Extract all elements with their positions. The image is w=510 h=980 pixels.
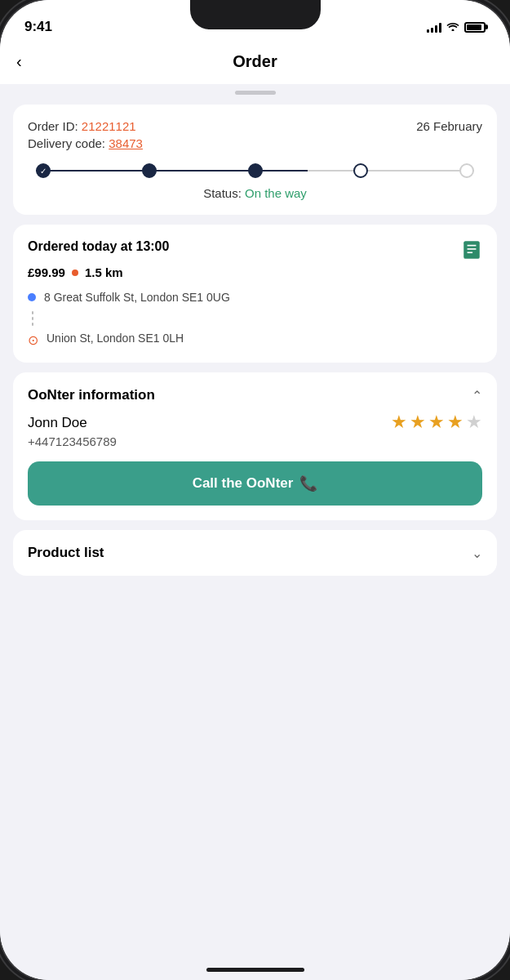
star-1: ★ xyxy=(391,412,407,433)
order-id-label: Order ID: 21221121 xyxy=(28,119,136,133)
progress-track: ✓ xyxy=(36,163,474,178)
phone-icon: 📞 xyxy=(299,474,317,492)
oonter-name: Jonn Doe xyxy=(28,415,117,431)
oonter-card: OoNter information ⌃ Jonn Doe +447123456… xyxy=(13,372,497,520)
battery-icon xyxy=(464,22,486,33)
status-time: 9:41 xyxy=(24,19,52,35)
location-connector xyxy=(32,311,33,326)
receipt-icon[interactable] xyxy=(461,239,482,265)
from-location-dot xyxy=(28,293,36,301)
progress-tracker: ✓ xyxy=(28,163,482,178)
delivery-code: Delivery code: 38473 xyxy=(28,136,482,150)
wifi-icon xyxy=(446,20,459,33)
product-list-title: Product list xyxy=(28,545,104,561)
price: £99.99 xyxy=(28,265,65,279)
status-text: Status: On the way xyxy=(28,186,482,200)
drag-handle xyxy=(0,84,510,98)
star-2: ★ xyxy=(410,412,426,433)
order-top-row: Order ID: 21221121 26 February xyxy=(28,119,482,133)
distance: 1.5 km xyxy=(85,265,123,279)
progress-step-5 xyxy=(459,163,474,178)
star-4: ★ xyxy=(447,412,463,433)
signal-icon xyxy=(427,21,441,33)
home-indicator xyxy=(206,968,304,972)
star-rating: ★ ★ ★ ★ ★ xyxy=(391,412,482,433)
order-id-value: 21221121 xyxy=(82,119,136,133)
call-oonter-button[interactable]: Call the OoNter 📞 xyxy=(28,461,482,506)
notch xyxy=(190,0,321,29)
location-section: 8 Great Suffolk St, London SE1 0UG ⊙ xyxy=(28,291,482,348)
product-list-card[interactable]: Product list ⌄ xyxy=(13,530,497,576)
star-5: ★ xyxy=(466,412,482,433)
oonter-section-header: OoNter information ⌃ xyxy=(28,387,482,403)
from-address: 8 Great Suffolk St, London SE1 0UG xyxy=(44,291,230,304)
page-title: Order xyxy=(233,52,277,71)
progress-step-3 xyxy=(248,163,263,178)
svg-rect-0 xyxy=(463,241,480,259)
back-button[interactable]: ‹ xyxy=(16,52,22,71)
phone-screen: 9:41 xyxy=(0,0,510,980)
chevron-down-icon[interactable]: ⌄ xyxy=(472,546,482,561)
delivery-code-value: 38473 xyxy=(109,136,143,150)
order-meta: £99.99 1.5 km xyxy=(28,265,482,279)
progress-step-4 xyxy=(353,163,368,178)
to-location-pin: ⊙ xyxy=(28,333,38,347)
header: ‹ Order xyxy=(0,42,510,84)
order-details-card: Ordered today at 13:00 £99.99 1.5 km xyxy=(13,225,497,363)
phone-frame: 9:41 xyxy=(0,0,510,980)
progress-step-1: ✓ xyxy=(36,163,51,178)
to-address: Union St, London SE1 0LH xyxy=(47,332,184,345)
order-time: Ordered today at 13:00 xyxy=(28,239,169,254)
order-id-card: Order ID: 21221121 26 February Delivery … xyxy=(13,105,497,215)
content-area: Order ID: 21221121 26 February Delivery … xyxy=(0,98,510,980)
orange-dot xyxy=(72,270,78,276)
star-3: ★ xyxy=(428,412,445,433)
status-value: On the way xyxy=(245,186,307,200)
status-icons xyxy=(427,20,486,33)
call-button-label: Call the OoNter xyxy=(193,475,294,492)
chevron-up-icon[interactable]: ⌃ xyxy=(472,388,482,403)
order-date: 26 February xyxy=(416,119,482,133)
progress-dots: ✓ xyxy=(36,163,474,178)
oonter-phone: +447123456789 xyxy=(28,434,117,448)
oonter-section-title: OoNter information xyxy=(28,387,155,403)
progress-step-2 xyxy=(142,163,157,178)
drag-handle-bar xyxy=(235,91,276,95)
